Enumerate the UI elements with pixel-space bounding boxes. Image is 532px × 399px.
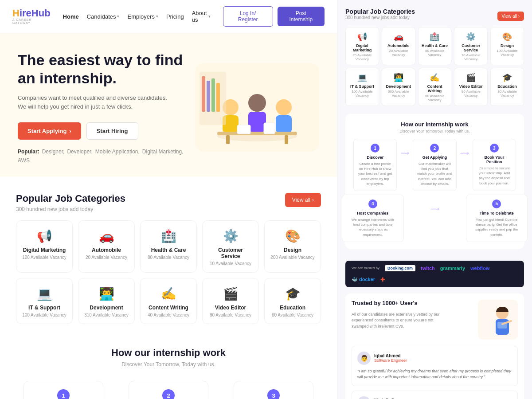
job-card-digital-marketing[interactable]: 📢 Digital Marketing 120 Available Vacanc… [16, 220, 73, 273]
r-view-all-button[interactable]: View all › [497, 12, 524, 21]
booking-brand: Booking.com [385, 265, 415, 271]
job-card-development[interactable]: 👨‍💻 Development 310 Available Vacancy [78, 278, 135, 324]
popular-mobile[interactable]: Mobile Application, [95, 149, 140, 155]
r-step-1-num: 1 [371, 144, 379, 153]
candidates-dropdown-arrow: ▾ [117, 14, 119, 19]
svg-rect-9 [226, 135, 230, 144]
content-writing-icon: ✍️ [146, 286, 191, 301]
r-digital-marketing-icon: 📢 [348, 32, 376, 42]
nav-pricing[interactable]: Pricing [166, 13, 184, 20]
start-applying-button[interactable]: Start Applying › [18, 122, 81, 140]
testimonials-text-group: Trusted by 1000+ User's All of our candi… [352, 300, 440, 330]
nav-about[interactable]: About us ▾ [192, 10, 211, 23]
how-title: How our internship work [16, 347, 321, 359]
step-2: 2 Get Applying Our matchmaker will find … [129, 381, 208, 399]
automobile-icon: 🚗 [84, 229, 129, 243]
r-health-icon: 🏥 [421, 32, 449, 42]
trusted-label: We are trusted by [352, 266, 379, 270]
testimonials-section: Trusted by 1000+ User's All of our candi… [345, 293, 524, 399]
job-card-education[interactable]: 🎓 Education 60 Available Vacancy [264, 278, 321, 324]
r-job-card-dev[interactable]: 👨‍💻 Development 300 Available Vacancy [382, 68, 415, 106]
development-icon: 👨‍💻 [84, 286, 129, 301]
popular-designer[interactable]: Designer, [42, 149, 65, 155]
post-internship-button[interactable]: Post Internship [278, 7, 325, 26]
job-name: Automobile [84, 247, 129, 253]
r-job-card-edu[interactable]: 🎓 Education 80 Available Vacancy [490, 68, 524, 106]
job-card-automobile[interactable]: 🚗 Automobile 20 Available Vacancy [78, 220, 135, 273]
job-vacancy: 200 Available Vacancy [270, 255, 315, 260]
r-step-2: 2 Get Applying Our matchmaker will find … [413, 139, 456, 191]
job-name: Content Writing [146, 305, 191, 311]
job-card-content[interactable]: ✍️ Content Writing 40 Available Vacancy [140, 278, 197, 324]
health-icon: 🏥 [146, 229, 191, 243]
r-step-3-title: Book Your Position [477, 155, 512, 164]
job-name: Design [270, 247, 315, 253]
popular-developer[interactable]: Developer, [67, 149, 92, 155]
hero-description: Companies want to meet qualified and div… [18, 94, 186, 112]
nav-candidates[interactable]: Candidates ▾ [87, 13, 120, 20]
nav-employers[interactable]: Employers ▾ [127, 13, 158, 20]
section-header: Popular Job Categories 300 hundred new j… [16, 193, 321, 212]
r-job-card-customer[interactable]: ⚙️ Customer Service 10 Available Vacancy [454, 27, 488, 65]
how-it-works-section: How our internship work Discover Your To… [0, 338, 337, 399]
left-panel: HireHub A CAREER GATEWAY Home Candidates… [0, 0, 337, 399]
job-card-video[interactable]: 🎬 Video Editor 80 Available Vacancy [202, 278, 259, 324]
r-step-4-desc: We arrange interviews with host companie… [348, 217, 397, 237]
r-step-3-desc: It's simple to secure your internship. A… [477, 166, 512, 186]
svg-point-4 [248, 94, 266, 112]
start-hiring-button[interactable]: Start Hiring [86, 122, 138, 140]
trusted-brands-bar: We are trusted by Booking.com twitch gra… [345, 261, 524, 287]
r-steps-row1: 1 Discover Create a free profile on Hire… [353, 139, 516, 191]
popular-aws[interactable]: AWS [18, 157, 30, 164]
r-step-5: 5 Time To Celebrate You just got hired! … [466, 195, 528, 242]
logo[interactable]: HireHub A CAREER GATEWAY [12, 8, 51, 24]
r-job-card-digital[interactable]: 📢 Digital Marketing 20 Available Vacancy [345, 27, 379, 65]
digital-marketing-icon: 📢 [22, 229, 67, 243]
r-job-card-health[interactable]: 🏥 Health & Care 80 Available Vacancy [418, 27, 452, 65]
twitch-brand: twitch [421, 266, 435, 271]
svg-rect-11 [237, 125, 250, 134]
r-it-icon: 💻 [348, 73, 376, 82]
job-card-it[interactable]: 💻 IT & Support 100 Available Vacancy [16, 278, 73, 324]
r-job-card-video[interactable]: 🎬 Video Editor 90 Available Vacancy [454, 68, 488, 106]
job-card-health[interactable]: 🏥 Health & Care 80 Available Vacancy [140, 220, 197, 273]
svg-rect-8 [217, 132, 297, 135]
login-button[interactable]: Log In/ Register [223, 6, 273, 27]
job-card-design[interactable]: 🎨 Design 200 Available Vacancy [264, 220, 321, 273]
svg-rect-5 [248, 112, 266, 132]
r-how-section: How our internship work Discover Your To… [345, 114, 524, 249]
about-dropdown-arrow: ▾ [208, 14, 211, 19]
r-job-card-design[interactable]: 🎨 Design 100 Available Vacancy [490, 27, 524, 65]
job-name: IT & Support [22, 305, 67, 311]
brand-extra: ✚ [380, 277, 385, 283]
r-content-icon: ✍️ [421, 73, 449, 82]
how-subtitle: Discover Your Tomorrow, Today with us. [16, 361, 321, 368]
it-icon: 💻 [22, 286, 67, 301]
hero-illustration [195, 63, 319, 152]
r-customer-icon: ⚙️ [457, 32, 485, 42]
job-categories-section: Popular Job Categories 300 hundred new j… [0, 177, 337, 338]
step-1: 1 Discover Create a free profile on Hire… [23, 381, 103, 399]
r-how-title: How our internship work [353, 121, 516, 128]
svg-rect-14 [202, 76, 205, 112]
step-3-num: 3 [267, 389, 280, 399]
job-card-customer[interactable]: ⚙️ Customer Service 10 Available Vacancy [202, 220, 259, 273]
job-vacancy: 310 Available Vacancy [84, 313, 129, 317]
r-section-sub: 300 hundred new jobs add today [345, 15, 415, 20]
r-section-title-group: Popular Job Categories 300 hundred new j… [345, 8, 415, 24]
nav-links: Home Candidates ▾ Employers ▾ Pricing Ab… [63, 10, 211, 23]
r-job-card-auto[interactable]: 🚗 Automobile 20 Available Vacancy [382, 27, 415, 65]
r-job-card-content[interactable]: ✍️ Content Writing 60 Available Vacancy [418, 68, 452, 106]
r-job-card-it[interactable]: 💻 IT & Support 100 Available Vacancy [345, 68, 379, 106]
popular-marketing[interactable]: Digital Marketing, [142, 149, 184, 155]
nav-actions: Log In/ Register Post Internship [223, 6, 325, 27]
view-all-button[interactable]: View all › [285, 193, 321, 207]
job-name: Development [84, 305, 129, 311]
hero-title: The easiest way to find an internship. [18, 51, 186, 87]
nav-home[interactable]: Home [63, 13, 79, 20]
r-step-2-num: 2 [430, 144, 439, 153]
r-job-categories: Popular Job Categories 300 hundred new j… [337, 0, 532, 114]
video-editor-icon: 🎬 [208, 286, 253, 301]
svg-rect-16 [211, 78, 215, 112]
job-grid-row1: 📢 Digital Marketing 120 Available Vacanc… [16, 220, 321, 273]
